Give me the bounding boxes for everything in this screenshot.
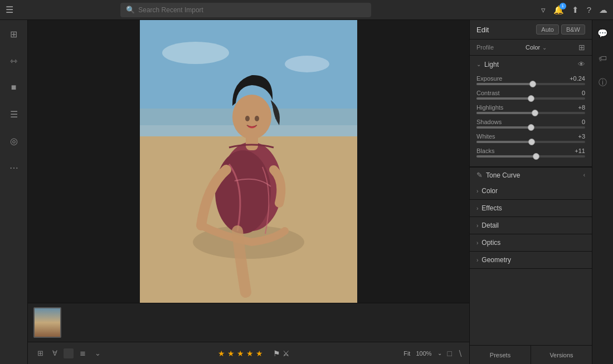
- filmstrip-thumb[interactable]: [33, 307, 61, 338]
- star-1[interactable]: ★: [218, 349, 225, 358]
- star-3[interactable]: ★: [237, 349, 244, 358]
- profile-label: Profile: [476, 44, 494, 51]
- svg-point-11: [245, 116, 250, 121]
- tone-curve-chevron: ‹: [583, 172, 585, 178]
- highlights-thumb[interactable]: [532, 110, 538, 116]
- presets-tab[interactable]: Presets: [470, 346, 531, 364]
- help-icon[interactable]: ?: [587, 5, 591, 14]
- sort-down-icon[interactable]: ⌄: [92, 348, 104, 358]
- light-section: ⌄ Light 👁 Exposure +0.24: [470, 56, 592, 167]
- effects-section[interactable]: › Effects: [470, 200, 592, 217]
- whites-thumb[interactable]: [528, 139, 535, 145]
- light-chevron: ⌄: [476, 61, 481, 67]
- flag-filled-icon[interactable]: ⚑: [273, 349, 280, 358]
- sidebar-list-icon[interactable]: ☰: [6, 106, 22, 122]
- exposure-thumb[interactable]: [529, 81, 536, 87]
- sidebar-circle-icon[interactable]: ◎: [6, 132, 22, 149]
- filmstrip: [28, 303, 469, 342]
- search-input[interactable]: [138, 6, 366, 14]
- light-eye-icon[interactable]: 👁: [578, 60, 585, 68]
- detail-section[interactable]: › Detail: [470, 217, 592, 234]
- color-left: › Color: [476, 187, 498, 195]
- geometry-title: Geometry: [481, 256, 511, 264]
- blacks-fill: [476, 155, 536, 158]
- light-section-header[interactable]: ⌄ Light 👁: [470, 56, 592, 73]
- svg-point-10: [232, 95, 271, 139]
- auto-button[interactable]: Auto: [536, 24, 559, 35]
- color-swatch[interactable]: [64, 348, 74, 358]
- panel-scroll: ⌄ Light 👁 Exposure +0.24: [470, 56, 592, 345]
- contrast-thumb[interactable]: [528, 95, 534, 102]
- profile-chevron: ⌄: [542, 45, 547, 51]
- effects-chevron: ›: [476, 205, 478, 211]
- search-box[interactable]: 🔍: [120, 3, 371, 17]
- notification-badge: 1: [560, 3, 566, 9]
- info-icon[interactable]: ⓘ: [595, 75, 611, 90]
- photo-container: [140, 20, 357, 303]
- right-icons: 💬 🏷 ⓘ: [592, 20, 613, 364]
- sidebar-square-icon[interactable]: ■: [6, 79, 22, 96]
- left-sidebar: ⊞ ⇿ ■ ☰ ◎ ⋯: [0, 20, 28, 364]
- tag-icon[interactable]: 🏷: [595, 50, 611, 66]
- star-5[interactable]: ★: [256, 349, 263, 358]
- panel-bottom-tabs: Presets Versions: [470, 345, 592, 364]
- tone-curve-section[interactable]: ✎ Tone Curve ‹: [470, 167, 592, 183]
- edit-header: Edit Auto B&W: [470, 20, 592, 40]
- profile-grid-icon[interactable]: ⊞: [578, 43, 585, 52]
- whites-label: Whites: [476, 133, 495, 140]
- star-4[interactable]: ★: [246, 349, 254, 358]
- top-bar: ☰ 🔍 ▿ 🔔 1 ⬆ ? ☁: [0, 0, 613, 20]
- cloud-icon[interactable]: ☁: [599, 5, 607, 15]
- svg-point-8: [215, 150, 271, 234]
- exposure-value: +0.24: [570, 75, 585, 82]
- photo-svg: [140, 20, 357, 303]
- contrast-track[interactable]: [476, 97, 585, 100]
- versions-tab[interactable]: Versions: [531, 346, 592, 364]
- share-icon[interactable]: ⬆: [572, 5, 579, 15]
- top-bar-right: ▿ 🔔 1 ⬆ ? ☁: [541, 5, 607, 15]
- highlights-track[interactable]: [476, 112, 585, 114]
- exposure-fill: [476, 83, 533, 85]
- profile-value-text: Color: [526, 44, 540, 51]
- profile-row: Profile Color ⌄ ⊞: [470, 40, 592, 56]
- sidebar-grid-icon[interactable]: ⊞: [6, 26, 22, 42]
- color-section[interactable]: › Color: [470, 183, 592, 200]
- blacks-thumb[interactable]: [533, 153, 539, 160]
- view-icon-1[interactable]: □: [447, 349, 452, 358]
- highlights-fill: [476, 112, 535, 114]
- zoom-chevron[interactable]: ⌄: [437, 350, 442, 356]
- whites-slider-row: Whites +3: [476, 133, 585, 143]
- comment-icon[interactable]: 💬: [595, 26, 611, 41]
- grid-view-icon[interactable]: ⊞: [35, 348, 46, 358]
- blacks-track[interactable]: [476, 155, 585, 158]
- geometry-section[interactable]: › Geometry: [470, 252, 592, 269]
- star-2[interactable]: ★: [227, 349, 235, 358]
- blacks-label: Blacks: [476, 147, 494, 154]
- sort-icon[interactable]: ≣: [77, 348, 89, 358]
- bw-button[interactable]: B&W: [561, 24, 585, 35]
- sliders-area: Exposure +0.24 Contrast 0: [470, 73, 592, 166]
- geometry-left: › Geometry: [476, 256, 511, 264]
- highlights-label-row: Highlights +8: [476, 104, 585, 111]
- view-icon-2[interactable]: ∖: [458, 349, 463, 358]
- blacks-value: +11: [575, 147, 585, 154]
- filter-icon[interactable]: ▿: [541, 5, 546, 15]
- optics-section[interactable]: › Optics: [470, 234, 592, 252]
- shadows-thumb[interactable]: [528, 124, 534, 131]
- search-icon: 🔍: [126, 6, 135, 14]
- exposure-label: Exposure: [476, 75, 502, 82]
- detail-left: › Detail: [476, 222, 499, 229]
- menu-icon[interactable]: ☰: [6, 4, 13, 15]
- profile-value-row: Color ⌄: [526, 44, 547, 51]
- shadows-track[interactable]: [476, 126, 585, 129]
- flag-empty-icon[interactable]: ⚔: [283, 349, 290, 358]
- whites-track[interactable]: [476, 141, 585, 143]
- sidebar-panels-icon[interactable]: ⇿: [6, 52, 22, 69]
- svg-point-12: [255, 116, 259, 121]
- contrast-fill: [476, 97, 531, 100]
- detail-chevron: ›: [476, 223, 478, 229]
- sidebar-more-icon[interactable]: ⋯: [6, 159, 22, 176]
- list-view-icon[interactable]: ∀: [50, 348, 60, 358]
- exposure-track[interactable]: [476, 83, 585, 85]
- notification-icon[interactable]: 🔔 1: [553, 5, 564, 15]
